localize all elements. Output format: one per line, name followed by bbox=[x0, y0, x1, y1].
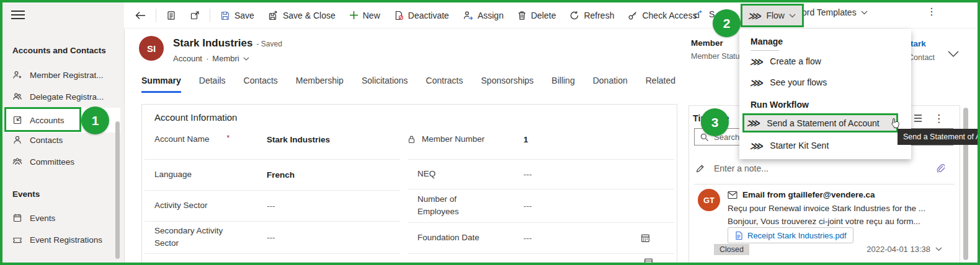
sidebar-item-label: Delegate Registra... bbox=[30, 92, 104, 102]
refresh-button[interactable]: Refresh bbox=[563, 7, 620, 24]
menu-item-create-a-flow[interactable]: ⋙ Create a flow bbox=[751, 56, 821, 66]
popout-button[interactable] bbox=[184, 7, 206, 24]
field-value[interactable]: --- bbox=[523, 170, 532, 179]
paperclip-icon[interactable] bbox=[936, 163, 945, 174]
field-language[interactable]: Language French bbox=[145, 159, 400, 191]
entry-subject: Reçu pour Renewal invoice Stark Industri… bbox=[728, 204, 925, 213]
field-activity-sector[interactable]: Activity Sector --- bbox=[145, 190, 400, 222]
tab-solicitations[interactable]: Solicitations bbox=[362, 76, 408, 93]
chevron-down-icon bbox=[789, 14, 796, 18]
sidebar-item-contacts[interactable]: Contacts bbox=[2, 129, 120, 150]
primary-contact-link[interactable]: tark bbox=[911, 39, 926, 48]
form-icon bbox=[166, 11, 176, 20]
menu-item-see-your-flows[interactable]: ⋙ See your flows bbox=[751, 77, 827, 87]
back-button[interactable] bbox=[129, 7, 152, 24]
tab-related[interactable]: Related bbox=[646, 76, 675, 93]
people-group-icon bbox=[12, 157, 22, 167]
record-status-value[interactable]: Membri bbox=[212, 54, 239, 63]
new-label: New bbox=[363, 11, 380, 20]
selected-item-indicator bbox=[0, 110, 2, 126]
sidebar-item-delegate-registrations[interactable]: Delegate Registra... bbox=[2, 86, 120, 107]
note-input[interactable]: Enter a note... bbox=[695, 159, 953, 178]
sidebar-group-accounts-contacts: Accounts and Contacts bbox=[12, 46, 106, 55]
record-avatar: SI bbox=[139, 36, 164, 61]
field-number-of-employees[interactable]: Number of Employees --- bbox=[408, 189, 674, 223]
record-name: Stark Industries bbox=[173, 37, 253, 49]
collapse-header-chevron-icon[interactable] bbox=[948, 51, 959, 58]
tab-contracts[interactable]: Contracts bbox=[426, 76, 463, 93]
annotation-step-2: 2 bbox=[713, 9, 741, 37]
save-button[interactable]: Save bbox=[214, 7, 261, 24]
account-information-section: Account Information Account Name * Stark… bbox=[141, 104, 677, 263]
field-label: Secondary Activity Sector bbox=[154, 225, 238, 249]
refresh-label: Refresh bbox=[584, 11, 614, 20]
sidebar-scrollbar[interactable] bbox=[115, 121, 120, 259]
field-secondary-activity-sector[interactable]: Secondary Activity Sector --- bbox=[145, 221, 400, 254]
field-value[interactable]: 1 bbox=[523, 135, 528, 144]
attachment-chip[interactable]: Receipt Stark Industries.pdf bbox=[728, 227, 853, 243]
field-value[interactable]: --- bbox=[523, 233, 532, 243]
field-label: Activity Sector bbox=[154, 199, 208, 212]
field-member-number[interactable]: Member Number 1 bbox=[408, 119, 674, 160]
tab-summary[interactable]: Summary bbox=[141, 76, 181, 93]
field-value[interactable]: --- bbox=[267, 233, 275, 242]
field-value[interactable]: --- bbox=[267, 201, 275, 211]
annotation-step-3: 3 bbox=[701, 108, 729, 136]
menu-item-starter-kit-sent[interactable]: ⋙ Starter Kit Sent bbox=[751, 141, 829, 150]
field-neq[interactable]: NEQ --- bbox=[408, 159, 674, 189]
flow-icon: ⋙ bbox=[749, 78, 765, 87]
entry-title[interactable]: Email from gtaillefer@vendere.ca bbox=[742, 190, 875, 199]
toolbar-divider bbox=[210, 9, 210, 22]
chevron-down-icon[interactable] bbox=[243, 57, 249, 61]
field-value[interactable]: Stark Industries bbox=[267, 135, 330, 144]
save-close-icon bbox=[268, 11, 278, 20]
calendar-icon[interactable] bbox=[640, 233, 651, 243]
menu-item-send-statement-of-account[interactable]: ⋙ Send a Statement of Account bbox=[742, 113, 898, 132]
deactivate-button[interactable]: Deactivate bbox=[388, 7, 455, 24]
field-value[interactable]: --- bbox=[523, 201, 532, 211]
field-foundation-date[interactable]: Foundation Date --- bbox=[408, 222, 674, 254]
field-label: Member Number bbox=[422, 133, 484, 146]
tab-donation[interactable]: Donation bbox=[593, 76, 628, 93]
tab-membership[interactable]: Membership bbox=[296, 76, 344, 93]
tab-billing[interactable]: Billing bbox=[551, 76, 574, 93]
menu-item-label: Starter Kit Sent bbox=[770, 141, 829, 150]
field-account-name[interactable]: Account Name * Stark Industries bbox=[145, 119, 400, 160]
save-and-close-button[interactable]: Save & Close bbox=[262, 7, 342, 24]
delete-button[interactable]: Delete bbox=[511, 7, 562, 24]
ticket-icon bbox=[12, 235, 22, 245]
sidebar-group-events: Events bbox=[12, 189, 40, 199]
flow-icon: ⋙ bbox=[749, 57, 765, 66]
tab-sponsorships[interactable]: Sponsorships bbox=[481, 76, 534, 93]
sidebar-item-committees[interactable]: Committees bbox=[2, 151, 120, 172]
record-tabs: Summary Details Contacts Membership Soli… bbox=[141, 76, 675, 93]
flow-icon: ⋙ bbox=[746, 118, 762, 128]
required-asterisk: * bbox=[227, 133, 230, 144]
new-button[interactable]: New bbox=[343, 7, 386, 24]
popout-icon bbox=[190, 11, 200, 20]
sidebar-item-events[interactable]: Events bbox=[2, 207, 120, 228]
back-arrow-icon bbox=[135, 11, 146, 20]
field-value[interactable]: French bbox=[267, 170, 295, 180]
delete-label: Delete bbox=[531, 11, 556, 20]
timeline-more-icon[interactable]: ⋮ bbox=[933, 112, 944, 125]
sidebar: Accounts and Contacts Member Registrat..… bbox=[2, 2, 125, 263]
pencil-icon bbox=[695, 163, 705, 173]
more-commands-button[interactable]: ⋮ bbox=[927, 6, 937, 17]
primary-contact-type: Contact bbox=[908, 53, 935, 62]
flow-button[interactable]: ⋙ Flow bbox=[741, 4, 804, 27]
refresh-icon bbox=[569, 11, 579, 20]
sidebar-item-event-registrations[interactable]: Event Registrations bbox=[2, 229, 120, 250]
key-icon bbox=[628, 11, 638, 20]
assign-button[interactable]: Assign bbox=[457, 7, 510, 24]
form-switcher-button[interactable] bbox=[160, 7, 182, 24]
entry-date[interactable]: 2022-04-01 13:38 bbox=[866, 245, 942, 254]
hamburger-menu-icon[interactable] bbox=[11, 11, 25, 20]
tab-contacts[interactable]: Contacts bbox=[244, 76, 278, 93]
person-add-icon bbox=[12, 70, 22, 80]
calendar-icon[interactable] bbox=[643, 257, 654, 263]
tab-details[interactable]: Details bbox=[199, 76, 226, 93]
note-placeholder: Enter a note... bbox=[714, 163, 768, 173]
sidebar-item-member-registrations[interactable]: Member Registrat... bbox=[2, 64, 120, 85]
timeline-records-icon[interactable] bbox=[912, 113, 924, 123]
